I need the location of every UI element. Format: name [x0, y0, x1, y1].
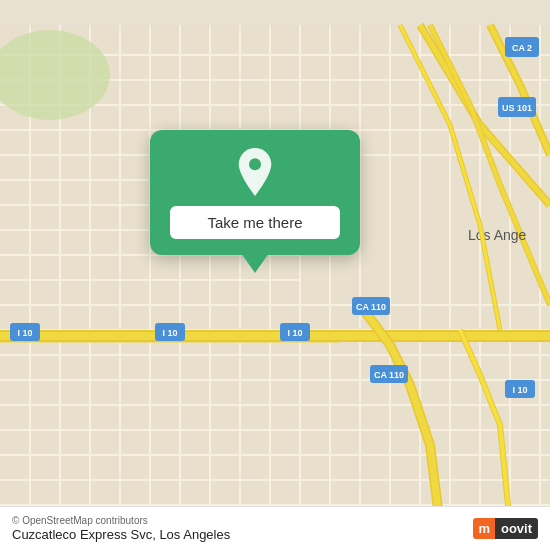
- svg-text:I 10: I 10: [287, 328, 302, 338]
- moovit-logo-text: oovit: [495, 518, 538, 539]
- map-background: CA 2 US 101 CA 110 CA 110 I 10 I 10 I 10…: [0, 0, 550, 550]
- svg-point-60: [249, 158, 261, 170]
- location-name: Cuzcatleco Express Svc, Los Angeles: [12, 527, 230, 542]
- moovit-logo-m: m: [473, 518, 495, 539]
- location-pin-icon: [231, 148, 279, 196]
- bottom-info: © OpenStreetMap contributors Cuzcatleco …: [12, 515, 230, 542]
- svg-text:I 10: I 10: [162, 328, 177, 338]
- svg-text:Los Ange: Los Ange: [468, 227, 527, 243]
- bottom-bar: © OpenStreetMap contributors Cuzcatleco …: [0, 506, 550, 550]
- svg-text:I 10: I 10: [512, 385, 527, 395]
- svg-text:CA 110: CA 110: [356, 302, 386, 312]
- moovit-logo: m oovit: [473, 518, 538, 539]
- svg-text:US 101: US 101: [502, 103, 532, 113]
- svg-rect-41: [0, 332, 550, 340]
- map-container: CA 2 US 101 CA 110 CA 110 I 10 I 10 I 10…: [0, 0, 550, 550]
- svg-text:I 10: I 10: [17, 328, 32, 338]
- svg-text:CA 2: CA 2: [512, 43, 532, 53]
- location-popup: Take me there: [150, 130, 360, 255]
- svg-text:CA 110: CA 110: [374, 370, 404, 380]
- copyright-text: © OpenStreetMap contributors: [12, 515, 230, 526]
- take-me-there-button[interactable]: Take me there: [170, 206, 340, 239]
